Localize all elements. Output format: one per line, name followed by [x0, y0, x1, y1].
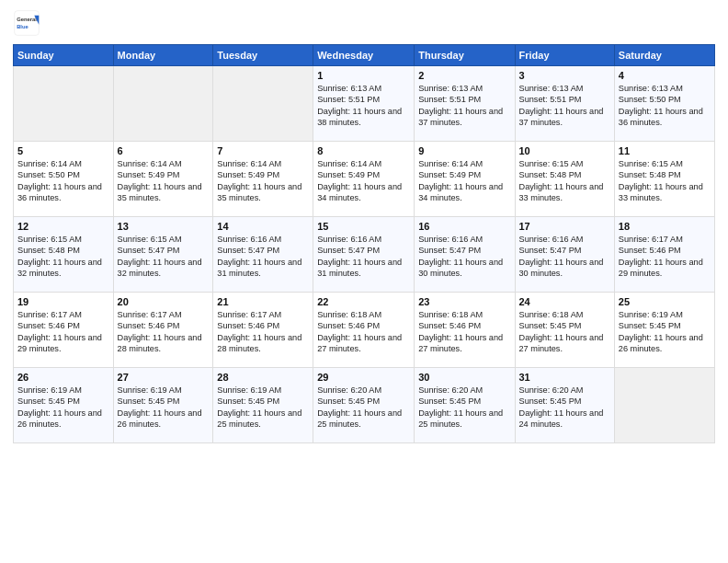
day-cell: 27Sunrise: 6:19 AM Sunset: 5:45 PM Dayli… — [113, 368, 213, 443]
day-info: Sunrise: 6:19 AM Sunset: 5:45 PM Dayligh… — [17, 385, 109, 431]
day-info: Sunrise: 6:19 AM Sunset: 5:45 PM Dayligh… — [217, 385, 309, 431]
day-number: 9 — [418, 145, 510, 156]
day-cell: 18Sunrise: 6:17 AM Sunset: 5:46 PM Dayli… — [614, 217, 714, 293]
day-cell — [614, 368, 714, 443]
week-row-2: 5Sunrise: 6:14 AM Sunset: 5:50 PM Daylig… — [14, 142, 715, 217]
day-number: 26 — [17, 372, 109, 383]
day-cell: 10Sunrise: 6:15 AM Sunset: 5:48 PM Dayli… — [515, 142, 614, 217]
day-number: 12 — [17, 221, 109, 232]
day-number: 6 — [118, 145, 210, 156]
day-number: 2 — [418, 70, 510, 81]
day-info: Sunrise: 6:17 AM Sunset: 5:46 PM Dayligh… — [217, 309, 309, 355]
col-header-thursday: Thursday — [415, 45, 515, 66]
day-cell: 12Sunrise: 6:15 AM Sunset: 5:48 PM Dayli… — [14, 217, 114, 293]
day-cell: 28Sunrise: 6:19 AM Sunset: 5:45 PM Dayli… — [213, 368, 313, 443]
day-cell: 22Sunrise: 6:18 AM Sunset: 5:46 PM Dayli… — [313, 293, 415, 368]
day-info: Sunrise: 6:17 AM Sunset: 5:46 PM Dayligh… — [17, 309, 109, 355]
day-cell: 5Sunrise: 6:14 AM Sunset: 5:50 PM Daylig… — [14, 142, 114, 217]
day-number: 28 — [217, 372, 309, 383]
day-info: Sunrise: 6:16 AM Sunset: 5:47 PM Dayligh… — [519, 234, 610, 280]
day-number: 5 — [17, 145, 109, 156]
day-info: Sunrise: 6:19 AM Sunset: 5:45 PM Dayligh… — [619, 309, 711, 355]
col-header-wednesday: Wednesday — [313, 45, 415, 66]
day-number: 20 — [118, 296, 210, 307]
day-cell: 29Sunrise: 6:20 AM Sunset: 5:45 PM Dayli… — [313, 368, 415, 443]
day-info: Sunrise: 6:13 AM Sunset: 5:50 PM Dayligh… — [619, 83, 711, 129]
day-cell: 23Sunrise: 6:18 AM Sunset: 5:46 PM Dayli… — [415, 293, 515, 368]
day-info: Sunrise: 6:20 AM Sunset: 5:45 PM Dayligh… — [418, 385, 510, 431]
svg-rect-0 — [15, 11, 40, 36]
day-info: Sunrise: 6:18 AM Sunset: 5:46 PM Dayligh… — [317, 309, 410, 355]
day-info: Sunrise: 6:19 AM Sunset: 5:45 PM Dayligh… — [118, 385, 210, 431]
day-info: Sunrise: 6:16 AM Sunset: 5:47 PM Dayligh… — [317, 234, 410, 280]
day-cell: 31Sunrise: 6:20 AM Sunset: 5:45 PM Dayli… — [515, 368, 614, 443]
day-info: Sunrise: 6:14 AM Sunset: 5:49 PM Dayligh… — [317, 158, 410, 204]
day-cell: 13Sunrise: 6:15 AM Sunset: 5:47 PM Dayli… — [113, 217, 213, 293]
day-cell: 25Sunrise: 6:19 AM Sunset: 5:45 PM Dayli… — [614, 293, 714, 368]
day-cell: 2Sunrise: 6:13 AM Sunset: 5:51 PM Daylig… — [415, 66, 515, 142]
header-row: SundayMondayTuesdayWednesdayThursdayFrid… — [14, 45, 715, 66]
day-info: Sunrise: 6:17 AM Sunset: 5:46 PM Dayligh… — [619, 234, 711, 280]
day-info: Sunrise: 6:14 AM Sunset: 5:49 PM Dayligh… — [217, 158, 309, 204]
day-cell: 17Sunrise: 6:16 AM Sunset: 5:47 PM Dayli… — [515, 217, 614, 293]
col-header-sunday: Sunday — [14, 45, 114, 66]
day-info: Sunrise: 6:13 AM Sunset: 5:51 PM Dayligh… — [317, 83, 410, 129]
day-info: Sunrise: 6:16 AM Sunset: 5:47 PM Dayligh… — [217, 234, 309, 280]
day-cell — [14, 66, 114, 142]
svg-text:General: General — [17, 17, 37, 22]
day-cell: 8Sunrise: 6:14 AM Sunset: 5:49 PM Daylig… — [313, 142, 415, 217]
day-number: 15 — [317, 221, 410, 232]
day-info: Sunrise: 6:14 AM Sunset: 5:50 PM Dayligh… — [17, 158, 109, 204]
day-number: 16 — [418, 221, 510, 232]
day-cell: 19Sunrise: 6:17 AM Sunset: 5:46 PM Dayli… — [14, 293, 114, 368]
week-row-1: 1Sunrise: 6:13 AM Sunset: 5:51 PM Daylig… — [14, 66, 715, 142]
day-info: Sunrise: 6:20 AM Sunset: 5:45 PM Dayligh… — [519, 385, 610, 431]
main-container: General Blue SundayMondayTuesdayWednesda… — [0, 0, 728, 453]
col-header-saturday: Saturday — [614, 45, 714, 66]
day-number: 23 — [418, 296, 510, 307]
day-number: 14 — [217, 221, 309, 232]
day-cell: 7Sunrise: 6:14 AM Sunset: 5:49 PM Daylig… — [213, 142, 313, 217]
day-number: 18 — [619, 221, 711, 232]
day-cell: 21Sunrise: 6:17 AM Sunset: 5:46 PM Dayli… — [213, 293, 313, 368]
day-number: 10 — [519, 145, 610, 156]
day-number: 1 — [317, 70, 410, 81]
day-info: Sunrise: 6:14 AM Sunset: 5:49 PM Dayligh… — [118, 158, 210, 204]
week-row-5: 26Sunrise: 6:19 AM Sunset: 5:45 PM Dayli… — [14, 368, 715, 443]
day-number: 29 — [317, 372, 410, 383]
calendar-table: SundayMondayTuesdayWednesdayThursdayFrid… — [13, 44, 715, 443]
day-number: 19 — [17, 296, 109, 307]
svg-text:Blue: Blue — [17, 24, 28, 29]
day-number: 17 — [519, 221, 610, 232]
day-number: 8 — [317, 145, 410, 156]
day-cell: 14Sunrise: 6:16 AM Sunset: 5:47 PM Dayli… — [213, 217, 313, 293]
logo: General Blue — [13, 9, 40, 37]
day-cell — [113, 66, 213, 142]
day-info: Sunrise: 6:16 AM Sunset: 5:47 PM Dayligh… — [418, 234, 510, 280]
day-number: 31 — [519, 372, 610, 383]
day-cell: 24Sunrise: 6:18 AM Sunset: 5:45 PM Dayli… — [515, 293, 614, 368]
col-header-tuesday: Tuesday — [213, 45, 313, 66]
day-cell: 26Sunrise: 6:19 AM Sunset: 5:45 PM Dayli… — [14, 368, 114, 443]
day-info: Sunrise: 6:20 AM Sunset: 5:45 PM Dayligh… — [317, 385, 410, 431]
day-cell: 20Sunrise: 6:17 AM Sunset: 5:46 PM Dayli… — [113, 293, 213, 368]
day-cell: 3Sunrise: 6:13 AM Sunset: 5:51 PM Daylig… — [515, 66, 614, 142]
day-cell: 30Sunrise: 6:20 AM Sunset: 5:45 PM Dayli… — [415, 368, 515, 443]
day-info: Sunrise: 6:18 AM Sunset: 5:46 PM Dayligh… — [418, 309, 510, 355]
day-number: 30 — [418, 372, 510, 383]
day-number: 22 — [317, 296, 410, 307]
day-info: Sunrise: 6:18 AM Sunset: 5:45 PM Dayligh… — [519, 309, 610, 355]
day-number: 25 — [619, 296, 711, 307]
day-cell: 4Sunrise: 6:13 AM Sunset: 5:50 PM Daylig… — [614, 66, 714, 142]
day-number: 27 — [118, 372, 210, 383]
day-cell: 15Sunrise: 6:16 AM Sunset: 5:47 PM Dayli… — [313, 217, 415, 293]
day-cell: 16Sunrise: 6:16 AM Sunset: 5:47 PM Dayli… — [415, 217, 515, 293]
day-number: 3 — [519, 70, 610, 81]
col-header-friday: Friday — [515, 45, 614, 66]
day-number: 4 — [619, 70, 711, 81]
week-row-4: 19Sunrise: 6:17 AM Sunset: 5:46 PM Dayli… — [14, 293, 715, 368]
day-info: Sunrise: 6:15 AM Sunset: 5:48 PM Dayligh… — [519, 158, 610, 204]
day-cell: 1Sunrise: 6:13 AM Sunset: 5:51 PM Daylig… — [313, 66, 415, 142]
day-cell: 11Sunrise: 6:15 AM Sunset: 5:48 PM Dayli… — [614, 142, 714, 217]
day-number: 21 — [217, 296, 309, 307]
